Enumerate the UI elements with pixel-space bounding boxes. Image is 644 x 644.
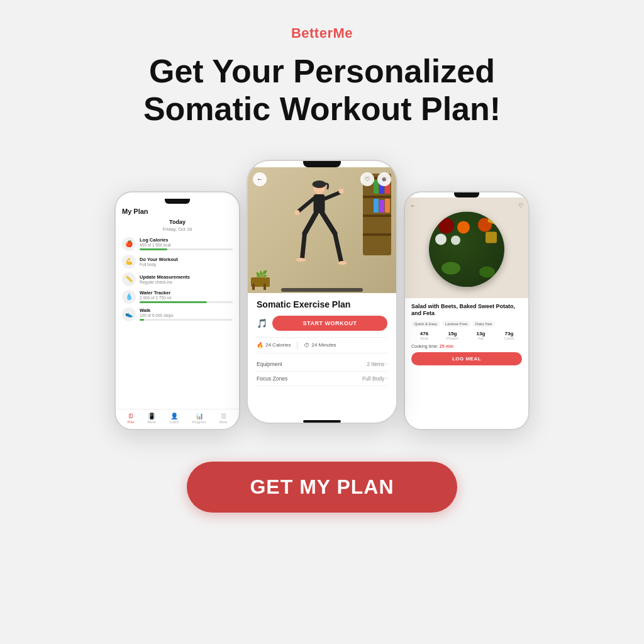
walk-icon: 👟 <box>122 308 136 321</box>
list-item: 💪 Do Your Workout Full body <box>122 255 233 269</box>
svg-line-3 <box>299 199 314 211</box>
svg-point-12 <box>338 261 347 265</box>
page-container: BetterMe Get Your Personalized Somatic W… <box>0 0 644 644</box>
divider <box>257 337 387 338</box>
list-item: 👟 Walk 100 of 6 000 steps <box>122 308 233 321</box>
svg-line-7 <box>305 213 316 233</box>
progress-bar <box>140 301 233 303</box>
phone-right: ← ♡ Salad with Beets, Baked Sweet Potato… <box>404 191 530 430</box>
item-title: Do Your Workout <box>140 257 233 262</box>
heart-button[interactable]: ♡ <box>360 172 374 186</box>
phone-left: My Plan Today Friday, Oct 18 🍎 Log Calor… <box>114 191 240 430</box>
item-sub: Full body <box>140 262 233 267</box>
left-phone-title: My Plan <box>122 208 233 215</box>
exercise-image-area: 🌿 <box>248 167 396 293</box>
left-phone-date: Friday, Oct 18 <box>122 226 233 232</box>
macros-row: 476 Kcal 15g Protein 13g Fat 73g <box>411 331 522 340</box>
nav-more[interactable]: ☰More <box>219 413 228 424</box>
cta-button[interactable]: GET MY PLAN <box>187 462 457 513</box>
phone-center: 🌿 <box>247 160 397 424</box>
headline: Get Your Personalized Somatic Workout Pl… <box>102 53 542 128</box>
item-title: Log Calories <box>140 237 233 243</box>
calories-stat: 🔥 24 Calories <box>257 341 291 349</box>
svg-line-10 <box>323 213 335 233</box>
measurements-icon: 📏 <box>122 272 136 286</box>
item-title: Water Tracker <box>140 290 233 296</box>
right-phone-body: Salad with Beets, Baked Sweet Potato, an… <box>405 298 528 429</box>
focus-zones-value: Full Body › <box>362 375 387 382</box>
tag-dairy: Dairy free <box>472 321 495 327</box>
item-title: Walk <box>140 308 233 313</box>
home-indicator <box>303 420 341 423</box>
phones-area: My Plan Today Friday, Oct 18 🍎 Log Calor… <box>102 160 542 430</box>
left-phone-today: Today <box>122 219 233 225</box>
plan-title: Somatic Exercise Plan <box>257 299 387 309</box>
nav-band[interactable]: 📳Band <box>148 413 156 424</box>
water-icon: 💧 <box>122 290 136 304</box>
start-workout-button[interactable]: START WORKOUT <box>272 316 387 331</box>
item-sub: 100 of 6 000 steps <box>140 313 233 318</box>
list-item: 🍎 Log Calories 450 of 1 600 kcal <box>122 237 233 251</box>
tag-quick: Quick & Easy <box>411 321 440 327</box>
item-title: Update Measurements <box>140 274 233 280</box>
start-row: 🎵 START WORKOUT <box>257 316 387 331</box>
bottom-nav: 🗓Plan 📳Band 👤Coach 📊Progress ☰More <box>116 409 239 424</box>
workout-icon: 💪 <box>122 255 136 269</box>
macro-protein: 15g Protein <box>440 331 465 340</box>
exercise-figure <box>291 177 348 284</box>
nav-coach[interactable]: 👤Coach <box>169 413 179 424</box>
recipe-tags: Quick & Easy Lactose Free Dairy free <box>411 321 522 327</box>
left-phone-notch <box>165 199 190 204</box>
item-sub: 450 of 1 600 kcal <box>140 243 233 247</box>
equipment-row: Equipment 2 Items › <box>257 357 387 372</box>
svg-line-8 <box>303 233 305 258</box>
svg-rect-2 <box>314 194 325 213</box>
item-sub: 2 000 of 2 750 ml <box>140 296 233 300</box>
equipment-label: Equipment <box>257 361 282 367</box>
list-item: 💧 Water Tracker 2 000 of 2 750 ml <box>122 290 233 304</box>
svg-point-6 <box>339 189 344 194</box>
calories-icon: 🍎 <box>122 237 136 251</box>
equipment-value: 2 Items › <box>367 361 387 367</box>
focus-zones-row: Focus Zones Full Body › <box>257 372 387 386</box>
back-button[interactable]: ← <box>253 172 267 186</box>
center-phone-body: Somatic Exercise Plan 🎵 START WORKOUT 🔥 … <box>248 293 396 416</box>
share-button[interactable]: ⊕ <box>377 172 391 186</box>
center-phone-notch <box>303 161 341 167</box>
brand-logo: BetterMe <box>291 25 353 42</box>
recipe-image-area: ← ♡ <box>405 197 528 298</box>
divider <box>257 353 387 353</box>
back-button[interactable]: ← <box>410 203 416 209</box>
favorite-button[interactable]: ♡ <box>518 203 523 209</box>
macro-kcal: 476 Kcal <box>411 331 437 340</box>
tag-lactose: Lactose Free <box>442 321 470 327</box>
macro-fat: 13g Fat <box>468 331 494 340</box>
minutes-stat: ⏱ 24 Minutes <box>304 341 336 349</box>
svg-point-4 <box>295 210 300 215</box>
nav-progress[interactable]: 📊Progress <box>192 413 206 424</box>
svg-line-11 <box>335 233 341 262</box>
log-meal-button[interactable]: LOG MEAL <box>411 352 522 365</box>
svg-line-5 <box>325 192 340 199</box>
nav-plan[interactable]: 🗓Plan <box>128 413 135 424</box>
right-phone-notch <box>454 192 479 197</box>
progress-bar <box>140 248 233 250</box>
macro-carbs: 73g Carbs <box>496 331 522 340</box>
cooking-time: Cooking time: 25 min <box>411 344 522 348</box>
music-icon: 🎵 <box>257 318 267 328</box>
svg-point-9 <box>296 258 306 262</box>
item-sub: Regular check-ins <box>140 280 233 284</box>
progress-bar <box>140 319 233 321</box>
recipe-title: Salad with Beets, Baked Sweet Potato, an… <box>411 303 522 318</box>
list-item: 📏 Update Measurements Regular check-ins <box>122 272 233 286</box>
stats-row: 🔥 24 Calories ⏱ 24 Minutes <box>257 341 387 349</box>
top-right-icons: ♡ ⊕ <box>360 172 391 186</box>
focus-zones-label: Focus Zones <box>257 375 287 382</box>
